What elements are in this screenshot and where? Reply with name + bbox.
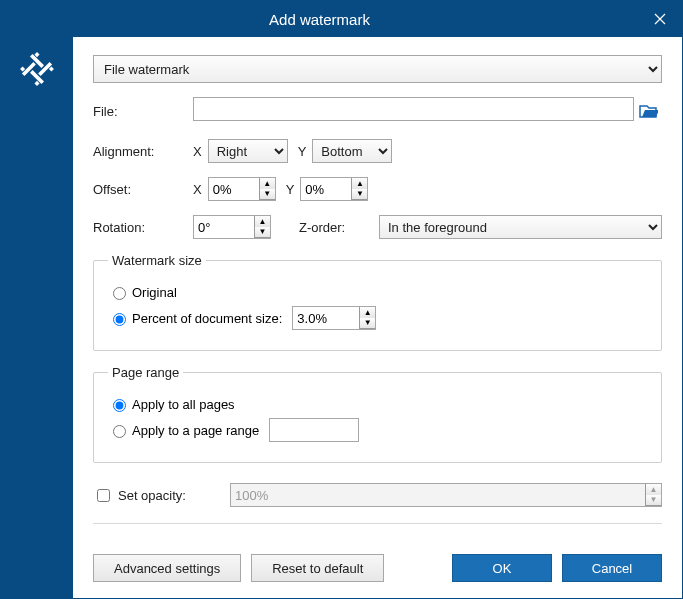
y-label-2: Y [286,182,295,197]
rotation-up[interactable]: ▲ [254,216,270,227]
opacity-input [231,484,639,506]
offset-y-input[interactable] [301,178,351,200]
size-percent-up[interactable]: ▲ [359,307,375,318]
size-percent-spinner[interactable]: ▲▼ [292,306,376,330]
offset-x-spinner[interactable]: ▲▼ [208,177,276,201]
size-original-radio[interactable] [113,287,126,300]
file-open-icon [638,101,658,121]
range-input[interactable] [269,418,359,442]
range-all-label: Apply to all pages [132,397,235,412]
size-percent-radio[interactable] [113,313,126,326]
rotation-label: Rotation: [93,220,193,235]
align-x-select[interactable]: Right [208,139,288,163]
size-percent-input[interactable] [293,307,353,329]
y-label-1: Y [298,144,307,159]
alignment-label: Alignment: [93,144,193,159]
reset-default-button[interactable]: Reset to default [251,554,384,582]
zorder-select[interactable]: In the foreground [379,215,662,239]
range-all-radio[interactable] [113,399,126,412]
svg-rect-3 [49,66,54,71]
offset-label: Offset: [93,182,193,197]
file-label: File: [93,104,193,119]
opacity-up: ▲ [645,484,661,495]
size-original-label: Original [132,285,177,300]
rotation-input[interactable] [194,216,254,238]
rotation-spinner[interactable]: ▲▼ [193,215,271,239]
dialog-title: Add watermark [1,11,638,28]
svg-rect-2 [20,66,25,71]
watermark-type-select[interactable]: File watermark [93,55,662,83]
separator [93,523,662,524]
sidebar [1,37,73,598]
title-bar: Add watermark [1,1,682,37]
svg-rect-1 [34,81,39,86]
offset-x-input[interactable] [209,178,259,200]
zorder-label: Z-order: [299,220,379,235]
file-browse-button[interactable] [634,97,662,125]
offset-y-spinner[interactable]: ▲▼ [300,177,368,201]
size-percent-label: Percent of document size: [132,311,282,326]
opacity-spinner: ▲▼ [230,483,662,507]
offset-x-up[interactable]: ▲ [259,178,275,189]
x-label-2: X [193,182,202,197]
offset-x-down[interactable]: ▼ [259,189,275,200]
range-specific-radio[interactable] [113,425,126,438]
offset-y-up[interactable]: ▲ [351,178,367,189]
advanced-settings-button[interactable]: Advanced settings [93,554,241,582]
close-button[interactable] [638,1,682,37]
cancel-button[interactable]: Cancel [562,554,662,582]
watermark-size-group: Watermark size Original Percent of docum… [93,253,662,351]
app-logo-icon [19,51,55,87]
watermark-size-legend: Watermark size [108,253,206,268]
range-specific-label: Apply to a page range [132,423,259,438]
x-label-1: X [193,144,202,159]
close-icon [654,13,666,25]
svg-rect-0 [34,52,39,57]
opacity-checkbox[interactable] [97,489,110,502]
rotation-down[interactable]: ▼ [254,227,270,238]
page-range-group: Page range Apply to all pages Apply to a… [93,365,662,463]
page-range-legend: Page range [108,365,183,380]
align-y-select[interactable]: Bottom [312,139,392,163]
size-percent-down[interactable]: ▼ [359,318,375,329]
file-input[interactable] [193,97,634,121]
form-area: File watermark File: Alignment: [73,37,682,598]
offset-y-down[interactable]: ▼ [351,189,367,200]
opacity-label: Set opacity: [118,488,230,503]
opacity-down: ▼ [645,495,661,506]
ok-button[interactable]: OK [452,554,552,582]
